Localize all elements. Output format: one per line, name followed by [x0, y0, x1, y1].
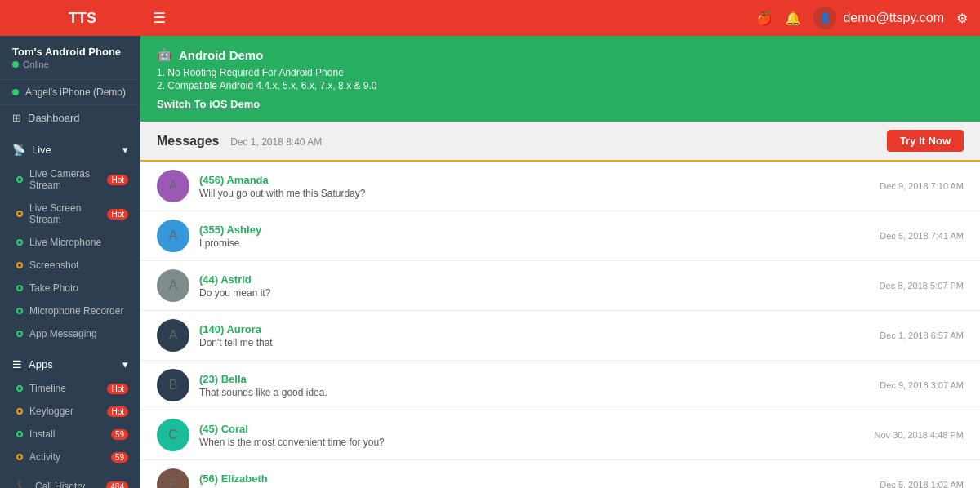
list-item[interactable]: A (140) Aurora Don't tell me that Dec 1,…: [140, 311, 980, 361]
dashboard-icon: ⊞: [12, 112, 21, 124]
nav-label: Take Photo: [29, 282, 78, 294]
messages-title-group: Messages Dec 1, 2018 8:40 AM: [157, 134, 322, 149]
sidebar-section-apps[interactable]: ☰ Apps ▾: [0, 352, 140, 377]
avatar: B: [157, 369, 189, 401]
badge: 59: [111, 452, 128, 463]
message-text: Will you go out with me this Saturday?: [199, 188, 870, 199]
switch-to-ios-link[interactable]: Switch To iOS Demo: [157, 98, 260, 110]
message-date: Dec 5, 2018 1:02 AM: [880, 480, 964, 488]
user-email[interactable]: demo@ttspy.com: [843, 11, 944, 25]
banner-title: 🤖 Android Demo: [157, 47, 964, 62]
nav-label: App Messaging: [29, 328, 97, 339]
banner-item-1: 1. No Rooting Required For Android Phone: [157, 67, 964, 78]
sidebar-item-activity[interactable]: Activity 59: [0, 446, 140, 468]
nav-dot: [16, 211, 23, 217]
messages-list: A (456) Amanda Will you go out with me t…: [140, 162, 980, 488]
nav-dot: [16, 239, 23, 246]
device-status-label: Online: [23, 60, 49, 69]
sidebar-item-dashboard[interactable]: ⊞ Dashboard: [0, 105, 140, 131]
message-text: That sounds like a good idea.: [199, 387, 870, 398]
message-text: I promise: [199, 237, 870, 249]
apple-icon[interactable]: 🍎: [756, 11, 773, 26]
nav-label: Live Microphone: [29, 237, 101, 248]
nav-label: Keylogger: [29, 406, 74, 417]
nav-label: Live Cameras Stream: [29, 168, 100, 191]
gear-icon[interactable]: ⚙: [956, 11, 968, 26]
messages-title: Messages: [157, 134, 220, 148]
avatar: E: [157, 468, 189, 488]
notification-icon[interactable]: 🔔: [785, 11, 801, 26]
nav-dot: [16, 331, 23, 337]
sidebar-item-install[interactable]: Install 59: [0, 423, 140, 446]
message-text: Do you mean it?: [199, 287, 870, 299]
sidebar-item-microphone-recorder[interactable]: Microphone Recorder: [0, 299, 140, 322]
nav-dot: [16, 308, 23, 314]
sidebar-item-live-screen-stream[interactable]: Live Screen Stream Hot: [0, 197, 140, 231]
avatar: A: [157, 269, 189, 302]
try-it-now-button[interactable]: Try It Now: [887, 130, 964, 152]
avatar: A: [157, 220, 189, 252]
avatar: A: [157, 170, 189, 202]
sidebar-item-app-messaging[interactable]: App Messaging: [0, 322, 140, 345]
list-item[interactable]: A (456) Amanda Will you go out with me t…: [140, 162, 980, 211]
message-date: Dec 5, 2018 7:41 AM: [880, 231, 964, 241]
nav-dot: [16, 408, 23, 415]
alt-device[interactable]: Angel's iPhone (Demo): [0, 80, 140, 105]
message-name: (456) Amanda: [199, 174, 870, 186]
apps-icon: ☰: [12, 358, 22, 370]
message-body: (23) Bella That sounds like a good idea.: [199, 373, 870, 398]
nav-dot: [16, 431, 23, 437]
message-date: Dec 1, 2018 6:57 AM: [880, 331, 964, 340]
message-name: (44) Astrid: [199, 273, 870, 286]
sidebar-item-live-microphone[interactable]: Live Microphone: [0, 231, 140, 254]
sidebar-item-call-history[interactable]: 📞 Call Hisotry 484: [0, 475, 140, 488]
online-dot: [12, 61, 19, 68]
sidebar-item-screenshot[interactable]: Screenshot: [0, 254, 140, 277]
sidebar-item-take-photo[interactable]: Take Photo: [0, 277, 140, 299]
sidebar-item-timeline[interactable]: Timeline Hot: [0, 377, 140, 400]
message-name: (45) Coral: [199, 423, 865, 435]
user-info: 👤 demo@ttspy.com: [813, 7, 944, 29]
nav-label: Microphone Recorder: [29, 305, 123, 317]
header-right: 🍎 🔔 👤 demo@ttspy.com ⚙: [756, 7, 968, 29]
message-name: (56) Elizabeth: [199, 472, 870, 485]
messages-header: Messages Dec 1, 2018 8:40 AM Try It Now: [140, 122, 980, 162]
content-area: 🤖 Android Demo 1. No Rooting Required Fo…: [140, 36, 980, 488]
nav-label: Call Hisotry: [35, 481, 85, 488]
list-item[interactable]: A (44) Astrid Do you mean it? Dec 8, 201…: [140, 261, 980, 311]
hot-badge: Hot: [107, 384, 128, 394]
chevron-down-icon: ▾: [122, 358, 128, 370]
message-date: Nov 30, 2018 4:48 PM: [875, 430, 964, 440]
app-logo: TTS: [12, 10, 153, 27]
nav-label: Screenshot: [29, 260, 79, 271]
menu-icon[interactable]: ☰: [153, 9, 166, 27]
device-section: Tom's Android Phone Online: [0, 36, 140, 80]
list-item[interactable]: E (56) Elizabeth It's your turn Dec 5, 2…: [140, 460, 980, 488]
apps-label: Apps: [29, 358, 53, 370]
sidebar-item-live-cameras-stream[interactable]: Live Cameras Stream Hot: [0, 162, 140, 197]
device-name[interactable]: Tom's Android Phone: [12, 46, 128, 58]
hot-badge: Hot: [107, 175, 128, 185]
message-text: Don't tell me that: [199, 337, 870, 348]
nav-label: Timeline: [29, 383, 66, 394]
chevron-down-icon: ▾: [122, 144, 128, 156]
avatar: 👤: [813, 7, 836, 29]
android-banner: 🤖 Android Demo 1. No Rooting Required Fo…: [140, 36, 980, 122]
message-name: (23) Bella: [199, 373, 870, 385]
banner-title-text: Android Demo: [179, 48, 263, 62]
message-body: (140) Aurora Don't tell me that: [199, 323, 870, 348]
avatar: A: [157, 319, 189, 352]
list-item[interactable]: A (355) Ashley I promise Dec 5, 2018 7:4…: [140, 211, 980, 261]
android-icon: 🤖: [157, 47, 172, 62]
message-text: When is the most convenient time for you…: [199, 437, 865, 448]
list-item[interactable]: B (23) Bella That sounds like a good ide…: [140, 361, 980, 410]
sidebar-item-keylogger[interactable]: Keylogger Hot: [0, 400, 140, 423]
alt-device-dot: [12, 89, 19, 95]
list-item[interactable]: C (45) Coral When is the most convenient…: [140, 410, 980, 460]
nav-dot: [16, 385, 23, 392]
sidebar-section-live[interactable]: 📡 Live ▾: [0, 137, 140, 162]
message-name: (355) Ashley: [199, 224, 870, 236]
nav-dot: [16, 285, 23, 291]
live-icon: 📡: [12, 144, 25, 156]
message-name: (140) Aurora: [199, 323, 870, 335]
